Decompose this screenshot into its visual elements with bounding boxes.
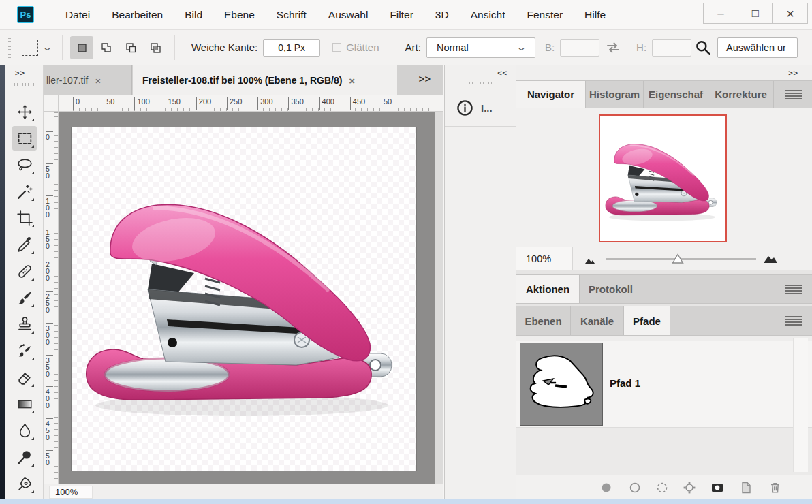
navigator-zoom-thumb[interactable] xyxy=(672,253,684,264)
menu-3d[interactable]: 3D xyxy=(424,3,460,27)
navigator-zoom-field[interactable]: 100% xyxy=(516,247,573,270)
tab-korrekturen[interactable]: Korrekture xyxy=(708,81,774,108)
tool-preset-icon[interactable] xyxy=(22,40,38,56)
menu-bearbeiten[interactable]: Bearbeiten xyxy=(101,3,174,27)
navigator-preview[interactable] xyxy=(599,114,727,242)
status-zoom-field[interactable]: 100% xyxy=(49,486,93,499)
info-panel-button[interactable]: I... xyxy=(445,90,517,127)
panel-grip[interactable] xyxy=(469,82,493,84)
antialias-checkbox[interactable] xyxy=(332,43,341,52)
vertical-scrollbar[interactable] xyxy=(435,112,443,484)
new-path-icon[interactable] xyxy=(739,481,753,494)
tab-histogramm[interactable]: Histogram xyxy=(586,81,644,108)
antialias-label: Glätten xyxy=(346,42,379,53)
gradient-tool[interactable] xyxy=(12,392,37,416)
history-brush-tool[interactable] xyxy=(12,338,37,363)
path-name[interactable]: Pfad 1 xyxy=(610,377,640,389)
blur-tool[interactable] xyxy=(12,418,37,443)
navigator-thumbnail-image xyxy=(600,116,725,241)
menu-ebene[interactable]: Ebene xyxy=(213,3,266,27)
tab-kanaele[interactable]: Kanäle xyxy=(571,306,624,335)
panels-collapse-chevron[interactable]: >> xyxy=(788,69,798,77)
search-icon[interactable] xyxy=(694,39,712,57)
chevron-down-icon: ⌄ xyxy=(516,42,527,52)
menu-bild[interactable]: Bild xyxy=(174,3,213,27)
paths-scrollbar[interactable] xyxy=(793,338,808,472)
add-selection-button[interactable] xyxy=(95,36,118,59)
magic-wand-tool[interactable] xyxy=(12,179,37,204)
fill-path-icon[interactable] xyxy=(599,481,613,494)
intersect-selection-button[interactable] xyxy=(144,36,167,59)
options-grip[interactable] xyxy=(8,37,11,58)
photoshop-logo: Ps xyxy=(17,6,34,23)
tab-label: ller-107.tif xyxy=(46,75,88,86)
eyedropper-tool[interactable] xyxy=(12,232,37,257)
make-work-path-icon[interactable] xyxy=(683,481,696,494)
tools-expand-chevron[interactable]: >> xyxy=(15,69,25,77)
panel-menu-icon[interactable] xyxy=(785,316,802,326)
maximize-button[interactable]: □ xyxy=(738,3,773,24)
minimize-button[interactable]: – xyxy=(703,3,738,24)
tab-close-icon[interactable]: × xyxy=(349,75,355,86)
tab-close-icon[interactable]: × xyxy=(95,75,101,86)
crop-tool[interactable] xyxy=(12,206,37,230)
tools-grip[interactable] xyxy=(14,83,35,86)
menu-auswahl[interactable]: Auswahl xyxy=(317,3,379,27)
select-and-mask-button[interactable]: Auswählen ur xyxy=(717,37,798,58)
feather-input[interactable] xyxy=(263,39,320,57)
tab-eigenschaften[interactable]: Eigenschaf xyxy=(644,81,708,108)
close-button[interactable]: × xyxy=(772,3,808,24)
width-input[interactable] xyxy=(560,39,599,57)
stroke-path-icon[interactable] xyxy=(628,481,642,494)
tab-aktionen[interactable]: Aktionen xyxy=(516,275,580,303)
move-tool[interactable] xyxy=(12,99,37,124)
menu-fenster[interactable]: Fenster xyxy=(516,3,574,27)
brush-tool[interactable] xyxy=(12,285,37,310)
zoom-in-mountain-icon[interactable] xyxy=(763,253,778,264)
clone-stamp-tool[interactable] xyxy=(12,312,37,336)
pen-tool[interactable] xyxy=(12,471,37,496)
delete-path-trash-icon[interactable] xyxy=(768,481,782,494)
tab-freisteller-107[interactable]: ller-107.tif × xyxy=(44,65,132,95)
canvas-viewport[interactable] xyxy=(59,112,443,484)
tab-protokoll[interactable]: Protokoll xyxy=(580,275,642,303)
status-zoom-value: 100% xyxy=(55,487,78,497)
style-select[interactable]: Normal ⌄ xyxy=(426,37,535,58)
swap-dimensions-icon[interactable] xyxy=(605,40,621,56)
path-thumbnail[interactable] xyxy=(520,343,603,426)
tab-freisteller-108[interactable]: Freisteller-108.tif bei 100% (Ebene 1, R… xyxy=(133,65,397,95)
load-path-as-selection-icon[interactable] xyxy=(655,481,669,494)
path-row[interactable]: Pfad 1 xyxy=(516,341,812,428)
menu-ansicht[interactable]: Ansicht xyxy=(460,3,516,27)
panel-menu-icon[interactable] xyxy=(785,90,802,99)
tab-navigator[interactable]: Navigator xyxy=(516,81,586,108)
zoom-out-mountain-icon[interactable] xyxy=(584,255,595,264)
tab-pfade[interactable]: Pfade xyxy=(624,306,670,335)
tab-overflow-chevron[interactable]: >> xyxy=(419,74,431,84)
menu-hilfe[interactable]: Hilfe xyxy=(574,3,616,27)
new-selection-icon xyxy=(75,41,89,54)
canvas[interactable] xyxy=(72,127,416,471)
eraser-tool[interactable] xyxy=(12,365,37,390)
rectangular-marquee-tool[interactable] xyxy=(12,126,37,151)
menu-datei[interactable]: Datei xyxy=(54,3,101,27)
eraser-icon xyxy=(16,369,33,386)
menu-bar: Ps Datei Bearbeiten Bild Ebene Schrift A… xyxy=(0,0,812,30)
add-mask-icon[interactable] xyxy=(710,481,724,494)
panel-menu-icon[interactable] xyxy=(785,285,802,294)
subtract-selection-button[interactable] xyxy=(119,36,142,59)
healing-brush-tool[interactable] xyxy=(12,259,37,283)
maximize-icon: □ xyxy=(752,7,759,19)
chevron-down-icon[interactable]: ⌄ xyxy=(42,42,52,52)
minimize-icon: – xyxy=(717,7,723,19)
lasso-tool[interactable] xyxy=(12,153,37,177)
tab-ebenen[interactable]: Ebenen xyxy=(516,306,571,335)
menu-filter[interactable]: Filter xyxy=(379,3,424,27)
panel-collapse-chevron[interactable]: << xyxy=(497,69,507,77)
lasso-icon xyxy=(16,157,33,174)
dodge-tool[interactable] xyxy=(12,445,37,469)
new-selection-button[interactable] xyxy=(70,36,93,59)
menu-schrift[interactable]: Schrift xyxy=(266,3,317,27)
marquee-icon xyxy=(16,130,33,147)
height-input[interactable] xyxy=(652,39,691,57)
